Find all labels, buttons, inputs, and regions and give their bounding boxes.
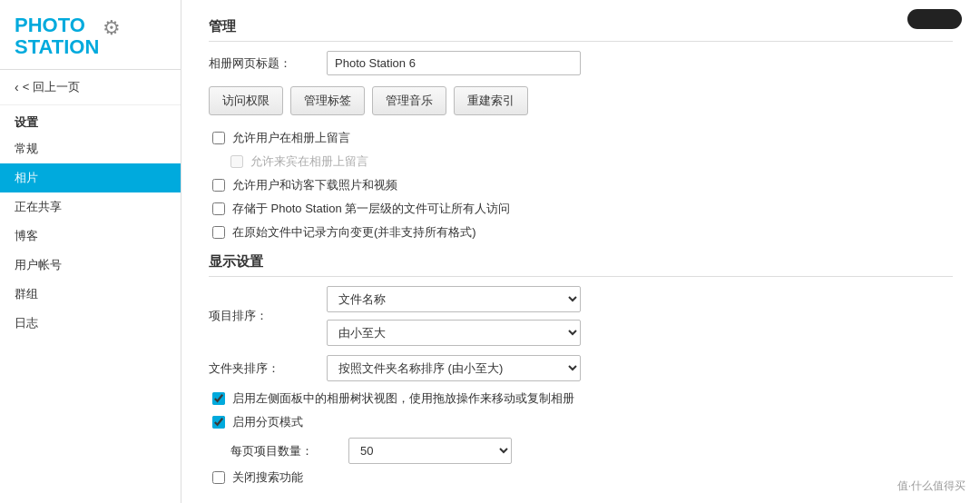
allow-comment-checkbox[interactable]	[212, 132, 225, 144]
sidebar-item-photo[interactable]: 相片	[0, 163, 181, 192]
watermark: 值·什么值得买	[897, 478, 965, 494]
enable-tree-checkbox[interactable]	[212, 392, 225, 405]
folder-sort-label: 文件夹排序：	[209, 360, 327, 377]
enable-tree-label: 启用左侧面板中的相册树状视图，使用拖放操作来移动或复制相册	[232, 390, 574, 407]
main-content: 管理 相册网页标题： 访问权限 管理标签 管理音乐 重建索引 允许用户在相册上留…	[181, 0, 980, 503]
allow-comment-label: 允许用户在相册上留言	[232, 130, 350, 146]
sort-selects: 文件名称 日期 评分 大小 由小至大 由大至小	[327, 286, 581, 346]
per-page-row: 每页项目数量： 10 20 50 100	[209, 438, 953, 464]
settings-section-label: 设置	[0, 105, 181, 134]
allow-guest-comment-checkbox[interactable]	[230, 155, 243, 168]
allow-comment-row: 允许用户在相册上留言	[209, 130, 953, 146]
sidebar-item-group[interactable]: 群组	[0, 280, 181, 309]
album-title-input[interactable]	[327, 51, 581, 75]
back-arrow-icon: ‹	[15, 80, 19, 94]
record-direction-row: 在原始文件中记录方向变更(并非支持所有格式)	[209, 224, 953, 241]
sort-order-select[interactable]: 文件名称 日期 评分 大小	[327, 286, 581, 312]
enable-paging-label: 启用分页模式	[232, 414, 303, 430]
per-page-select[interactable]: 10 20 50 100	[348, 438, 512, 464]
allow-download-row: 允许用户和访客下载照片和视频	[209, 177, 953, 193]
sidebar-item-sharing[interactable]: 正在共享	[0, 192, 181, 222]
back-link[interactable]: ‹ < 回上一页	[0, 70, 181, 105]
access-button[interactable]: 访问权限	[209, 86, 283, 115]
sidebar-item-blog[interactable]: 博客	[0, 222, 181, 251]
section-admin-title: 管理	[209, 18, 953, 42]
enable-paging-checkbox[interactable]	[212, 416, 225, 429]
sort-row: 项目排序： 文件名称 日期 评分 大小 由小至大 由大至小	[209, 286, 953, 346]
section-display-title: 显示设置	[209, 253, 953, 277]
rebuild-index-button[interactable]: 重建索引	[454, 86, 528, 115]
disable-search-row: 关闭搜索功能	[209, 469, 953, 486]
disable-search-checkbox[interactable]	[212, 471, 225, 484]
sort-label: 项目排序：	[209, 308, 327, 324]
enable-paging-row: 启用分页模式	[209, 414, 953, 430]
sidebar: PHOTOSTATION ⚙ ‹ < 回上一页 设置 常规 相片 正在共享 博客…	[0, 0, 181, 503]
manage-tags-button[interactable]: 管理标签	[290, 86, 365, 115]
logo-text: PHOTOSTATION	[15, 15, 99, 58]
back-label: < 回上一页	[23, 79, 80, 95]
album-title-label: 相册网页标题：	[209, 55, 327, 72]
sidebar-item-log[interactable]: 日志	[0, 309, 181, 338]
allow-download-checkbox[interactable]	[212, 179, 225, 192]
public-access-row: 存储于 Photo Station 第一层级的文件可让所有人访问	[209, 201, 953, 217]
disable-search-label: 关闭搜索功能	[232, 469, 303, 486]
allow-guest-comment-row: 允许来宾在相册上留言	[209, 153, 953, 170]
folder-sort-row: 文件夹排序： 按照文件夹名称排序 (由小至大) 按照文件夹名称排序 (由大至小)	[209, 355, 953, 381]
public-access-label: 存储于 Photo Station 第一层级的文件可让所有人访问	[232, 201, 510, 217]
enable-tree-row: 启用左侧面板中的相册树状视图，使用拖放操作来移动或复制相册	[209, 390, 953, 407]
per-page-label: 每页项目数量：	[230, 443, 348, 459]
top-pill	[907, 9, 962, 29]
allow-download-label: 允许用户和访客下载照片和视频	[232, 177, 397, 193]
top-pill-area	[907, 9, 962, 29]
record-direction-label: 在原始文件中记录方向变更(并非支持所有格式)	[232, 224, 476, 241]
sidebar-item-general[interactable]: 常规	[0, 134, 181, 163]
album-title-row: 相册网页标题：	[209, 51, 953, 75]
action-buttons-row: 访问权限 管理标签 管理音乐 重建索引	[209, 86, 953, 115]
public-access-checkbox[interactable]	[212, 202, 225, 215]
gear-icon: ⚙	[103, 16, 121, 40]
sort-direction-select[interactable]: 由小至大 由大至小	[327, 320, 581, 346]
logo-area: PHOTOSTATION ⚙	[0, 0, 181, 70]
manage-music-button[interactable]: 管理音乐	[372, 86, 446, 115]
sidebar-item-user-account[interactable]: 用户帐号	[0, 251, 181, 280]
allow-guest-comment-label: 允许来宾在相册上留言	[250, 153, 368, 170]
record-direction-checkbox[interactable]	[212, 226, 225, 239]
folder-sort-select[interactable]: 按照文件夹名称排序 (由小至大) 按照文件夹名称排序 (由大至小)	[327, 355, 581, 381]
